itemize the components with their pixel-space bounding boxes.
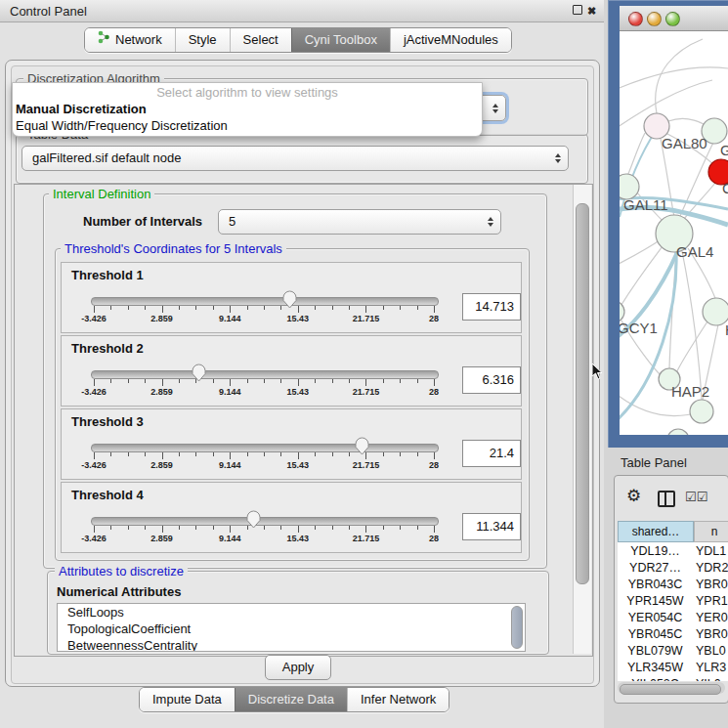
table-row[interactable]: YPR145WYPR1 [618, 594, 728, 611]
node-table: shared… n YDL19…YDL1YDR27…YDR2YBR043CYBR… [618, 521, 728, 681]
float-window-icon[interactable] [571, 5, 583, 18]
tab-discretize-data[interactable]: Discretize Data [235, 688, 347, 711]
threshold-panel-4: Threshold 4-3.4262.8599.14415.4321.71528… [61, 482, 522, 553]
network-edge [620, 246, 663, 308]
threshold-value-field[interactable]: 21.4 [462, 440, 521, 467]
combo-stepper-icon [555, 153, 561, 163]
network-canvas[interactable]: GAL80GCGAL11GAL4GCY1HHAP2 [620, 31, 728, 435]
cell-shared-name: YLR345W [618, 661, 693, 674]
threshold-value-field[interactable]: 6.316 [462, 366, 521, 394]
column-header-name[interactable]: n [694, 521, 728, 542]
threshold-slider-thumb[interactable] [281, 289, 298, 309]
minor-tick [417, 452, 418, 456]
tab-jactivemnodules[interactable]: jActiveMNodules [390, 28, 511, 52]
table-row[interactable]: YLR345WYLR3 [618, 661, 728, 677]
tab-select[interactable]: Select [230, 28, 291, 52]
minor-tick [349, 526, 350, 530]
threshold-value-field[interactable]: 11.344 [462, 513, 521, 540]
minor-tick [128, 526, 129, 530]
tab-impute-data[interactable]: Impute Data [140, 688, 235, 711]
minor-tick [213, 526, 214, 530]
column-header-shared[interactable]: shared… [618, 521, 694, 542]
apply-button[interactable]: Apply [265, 655, 331, 680]
table-row[interactable]: YBR045CYBR0 [618, 627, 728, 644]
zoom-traffic-light[interactable] [665, 12, 680, 26]
threshold-slider-thumb[interactable] [245, 509, 262, 529]
network-edge [656, 39, 703, 113]
table-hscrollbar-thumb[interactable] [620, 684, 721, 695]
minor-tick [400, 452, 401, 456]
major-tick [230, 379, 231, 386]
cell-name: YDR2 [696, 561, 728, 575]
dropdown-item-1[interactable]: Manual Discretization [15, 101, 481, 117]
cell-name: YER0 [696, 611, 728, 624]
table-row[interactable]: YDL19…YDL1 [618, 544, 728, 561]
table-row[interactable]: YBR043CYBR0 [618, 578, 728, 594]
threshold-slider-track[interactable] [91, 444, 439, 452]
network-icon [98, 28, 110, 52]
columns-icon[interactable] [658, 491, 675, 507]
node-label: G [720, 142, 728, 158]
tab-infer-network[interactable]: Infer Network [347, 688, 449, 711]
table-row[interactable]: YDR27…YDR2 [618, 561, 728, 578]
attribute-item[interactable]: TopologicalCoefficient [58, 621, 525, 637]
network-node[interactable] [690, 400, 713, 423]
minor-tick [247, 452, 248, 456]
network-edge [682, 251, 702, 400]
tab-label: Impute Data [152, 688, 222, 711]
threshold-slider-track[interactable] [91, 370, 439, 379]
threshold-value-field[interactable]: 14.713 [462, 293, 521, 321]
tab-network[interactable]: Network [85, 28, 175, 52]
attribute-item[interactable]: SelfLoops [58, 604, 525, 621]
top-tab-bar: NetworkStyleSelectCyni ToolboxjActiveMNo… [84, 27, 512, 53]
minor-tick [315, 306, 316, 310]
table-row[interactable]: YIL052CYIL0 [618, 677, 728, 681]
tab-cyni-toolbox[interactable]: Cyni Toolbox [291, 28, 390, 52]
tick-label: 21.715 [343, 534, 388, 543]
node-label: GCY1 [620, 320, 658, 336]
minor-tick [349, 452, 350, 456]
network-node[interactable] [667, 429, 689, 435]
control-panel: Control Panel ✖ NetworkStyleSelectCyni T… [0, 0, 604, 728]
number-of-intervals-combo[interactable]: 5 [218, 209, 501, 235]
close-icon[interactable]: ✖ [585, 5, 598, 18]
tab-label: jActiveMNodules [404, 28, 498, 52]
tick-label: 15.43 [276, 460, 321, 470]
tick-label: 28 [411, 460, 456, 470]
minor-tick [332, 306, 333, 310]
table-row[interactable]: YBL079WYBL0 [618, 644, 728, 661]
minor-tick [110, 379, 111, 383]
threshold-slider-track[interactable] [91, 517, 439, 526]
threshold-slider-track[interactable] [91, 297, 439, 306]
attributes-scrollbar-thumb[interactable] [511, 606, 523, 649]
checkbox-icons[interactable]: ☑☑ [685, 490, 707, 504]
tick-label: 28 [411, 534, 456, 543]
table-row[interactable]: YER054CYER0 [618, 611, 728, 627]
tick-label: 21.715 [343, 314, 388, 323]
tick-label: 9.144 [207, 534, 252, 543]
gear-icon[interactable]: ⚙ [626, 488, 641, 504]
close-traffic-light[interactable] [628, 12, 643, 26]
tick-label: 28 [411, 314, 456, 323]
tab-style[interactable]: Style [175, 28, 230, 52]
cell-name: YBR0 [696, 627, 728, 641]
main-scrollbar-thumb[interactable] [576, 203, 589, 584]
minor-tick [213, 306, 214, 310]
attribute-item[interactable]: BetweennessCentrality [58, 637, 525, 652]
minimize-traffic-light[interactable] [647, 12, 662, 26]
numerical-attributes-label: Numerical Attributes [57, 584, 181, 599]
tick-label: -3.426 [71, 314, 116, 323]
cell-name: YDL1 [696, 544, 728, 558]
cell-shared-name: YBR045C [618, 627, 693, 641]
threshold-slider-thumb[interactable] [191, 363, 207, 382]
tick-label: 21.715 [343, 460, 388, 470]
dropdown-prompt: Select algorithm to view settings [13, 85, 482, 100]
minor-tick [400, 379, 401, 383]
major-tick [94, 452, 95, 459]
network-window-titlebar[interactable] [620, 6, 728, 31]
tick-label: -3.426 [71, 460, 116, 470]
threshold-slider-thumb[interactable] [354, 436, 370, 455]
table-panel-title: Table Panel [621, 455, 687, 470]
table-data-combo[interactable]: galFiltered.sif default node [21, 146, 569, 171]
dropdown-item-2[interactable]: Equal Width/Frequency Discretization [15, 117, 481, 134]
